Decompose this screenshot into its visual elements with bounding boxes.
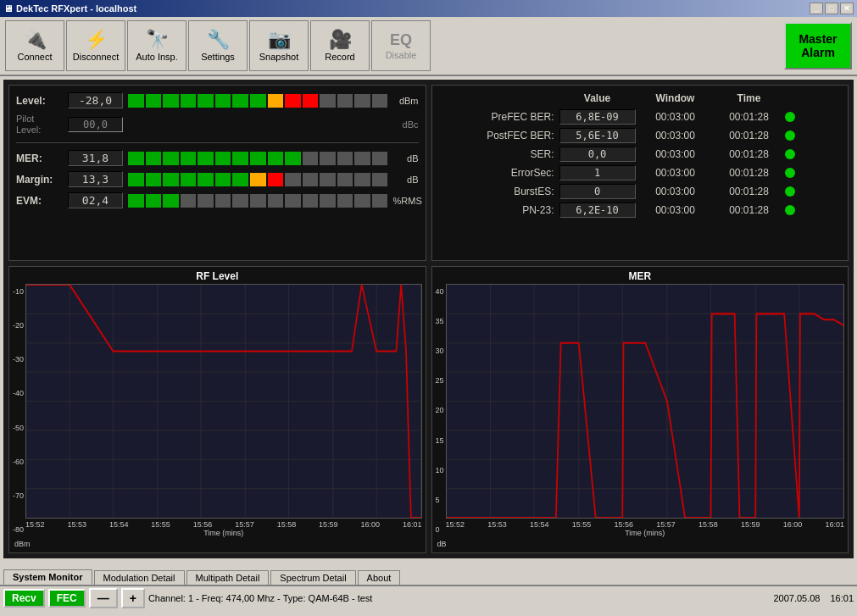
ber-row-name: ErrorSec: <box>439 167 558 179</box>
ber-row-name: PreFEC BER: <box>439 111 558 123</box>
pilot-row: Pilot Level: 00,0 dBc <box>16 114 419 136</box>
mer-chart-svg <box>447 285 843 518</box>
ber-row-window: 00:03:00 <box>637 148 714 160</box>
status-date: 2007.05.08 <box>773 593 820 603</box>
ber-row: PreFEC BER: 6,8E-09 00:03:00 00:01:28 <box>439 109 842 125</box>
ber-col-status <box>785 92 802 104</box>
settings-icon: 🔧 <box>207 31 230 49</box>
maximize-button[interactable]: □ <box>825 3 838 14</box>
close-button[interactable]: ✕ <box>840 3 854 14</box>
level-value: -28,0 <box>68 92 123 108</box>
mer-y-tick-0: 40 <box>436 287 444 296</box>
ber-row: SER: 0,0 00:03:00 00:01:28 <box>439 147 842 162</box>
ber-row-value: 1 <box>559 165 636 180</box>
mer-value: 31,8 <box>68 150 123 166</box>
window-title: DekTec RFXpert - localhost <box>16 3 136 14</box>
connect-button[interactable]: 🔌 Connect <box>5 20 64 71</box>
ber-row-value: 5,6E-10 <box>559 128 636 143</box>
plus-button[interactable]: + <box>121 588 145 608</box>
rf-x-ticks: 15:52 15:53 15:54 15:55 15:56 15:57 15:5… <box>25 519 421 529</box>
tab-about[interactable]: About <box>358 570 401 585</box>
master-alarm-button[interactable]: Master Alarm <box>784 22 852 69</box>
minus-button[interactable]: — <box>89 588 118 608</box>
ber-status-indicator <box>785 205 795 215</box>
snapshot-button[interactable]: 📷 Snapshot <box>249 20 309 71</box>
margin-unit: dB <box>393 175 419 185</box>
mer-y-label: dB <box>437 540 447 548</box>
ber-status-indicator <box>785 168 795 178</box>
evm-row: EVM: 02,4 %RMS <box>16 192 419 208</box>
ber-row: PostFEC BER: 5,6E-10 00:03:00 00:01:28 <box>439 128 842 143</box>
ber-row-value: 6,2E-10 <box>559 203 636 218</box>
mer-unit: dB <box>393 153 419 164</box>
tab-multipath-detail[interactable]: Multipath Detail <box>186 570 270 585</box>
eq-disable-button[interactable]: EQ Disable <box>371 20 431 71</box>
margin-bar <box>128 172 388 187</box>
ber-status-indicator <box>785 149 795 159</box>
settings-label: Settings <box>201 52 235 62</box>
ber-row-window: 00:03:00 <box>637 167 714 179</box>
main-content: Level: -28,0 dBm <box>3 80 854 558</box>
mer-x-ticks: 15:52 15:53 15:54 15:55 15:56 15:57 15:5… <box>446 519 844 529</box>
ber-status-indicator <box>785 112 795 122</box>
tab-modulation-detail[interactable]: Modulation Detail <box>94 570 185 585</box>
settings-button[interactable]: 🔧 Settings <box>188 20 248 71</box>
auto-insp-icon: 🔭 <box>146 31 169 49</box>
disconnect-button[interactable]: ⚡ Disconnect <box>66 20 125 71</box>
mer-y-tick-3: 25 <box>436 376 444 385</box>
ber-row: ErrorSec: 1 00:03:00 00:01:28 <box>439 165 842 180</box>
ber-row-name: SER: <box>439 148 558 160</box>
title-bar-controls[interactable]: _ □ ✕ <box>810 3 854 14</box>
ber-row-time: 00:01:28 <box>715 130 783 142</box>
ber-rows-container: PreFEC BER: 6,8E-09 00:03:00 00:01:28 Po… <box>439 109 842 218</box>
signal-metrics-panel: Level: -28,0 dBm <box>8 85 426 261</box>
disconnect-label: Disconnect <box>73 52 119 62</box>
mer-y-tick-5: 15 <box>436 436 444 445</box>
snapshot-icon: 📷 <box>268 31 291 49</box>
level-bar <box>128 93 388 108</box>
rf-y-tick-3: -40 <box>13 389 24 397</box>
ber-row-name: PN-23: <box>439 204 558 216</box>
level-label: Level: <box>16 95 63 107</box>
status-time: 16:01 <box>830 593 854 603</box>
mer-y-tick-2: 30 <box>436 347 444 355</box>
ber-col-name <box>439 92 558 104</box>
rf-y-label: dBm <box>14 540 31 548</box>
rf-chart-title: RF Level <box>13 270 422 282</box>
rf-y-tick-2: -30 <box>13 355 24 363</box>
ber-col-time: Time <box>715 92 783 104</box>
margin-row: Margin: 13,3 dB <box>16 171 419 187</box>
ber-status-indicator <box>785 186 795 197</box>
pilot-value: 00,0 <box>68 117 123 132</box>
rf-y-tick-1: -20 <box>13 321 24 330</box>
auto-insp-button[interactable]: 🔭 Auto Insp. <box>127 20 186 71</box>
record-button[interactable]: 🎥 Record <box>310 20 370 71</box>
mer-y-tick-1: 35 <box>436 317 444 325</box>
mer-y-tick-6: 10 <box>436 466 444 474</box>
ber-table-header: Value Window Time <box>439 92 842 104</box>
tab-spectrum-detail[interactable]: Spectrum Detail <box>270 570 355 585</box>
evm-bar <box>128 193 388 208</box>
recv-button[interactable]: Recv <box>3 589 45 608</box>
ber-row-name: BurstES: <box>439 186 558 197</box>
ber-row-time: 00:01:28 <box>715 204 783 216</box>
fec-button[interactable]: FEC <box>48 589 86 608</box>
level-unit: dBm <box>393 96 419 106</box>
margin-label: Margin: <box>16 174 63 186</box>
ber-col-window: Window <box>637 92 714 104</box>
rf-y-tick-6: -70 <box>13 491 24 500</box>
mer-row: MER: 31,8 dB <box>16 150 419 166</box>
minimize-button[interactable]: _ <box>810 3 823 14</box>
mer-chart-title: MER <box>436 270 845 282</box>
rf-y-tick-0: -10 <box>13 287 24 296</box>
margin-value: 13,3 <box>68 171 123 187</box>
auto-insp-label: Auto Insp. <box>136 52 178 62</box>
level-row: Level: -28,0 dBm <box>16 92 419 108</box>
rf-x-label: Time (mins) <box>25 529 421 537</box>
divider-1 <box>16 142 419 143</box>
connect-label: Connect <box>18 52 53 62</box>
pilot-unit: dBc <box>393 119 419 130</box>
mer-bar <box>128 151 388 166</box>
ber-row-time: 00:01:28 <box>715 111 783 123</box>
tab-system-monitor[interactable]: System Monitor <box>3 569 92 585</box>
